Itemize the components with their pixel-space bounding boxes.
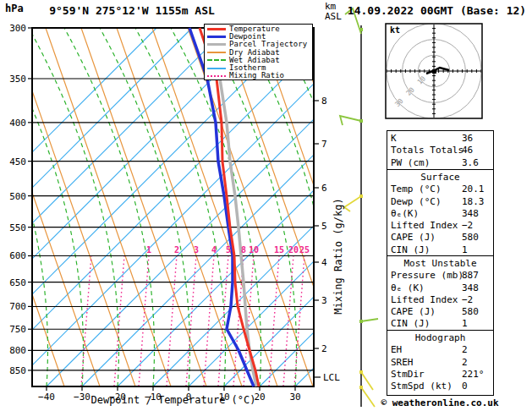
table-row: Pressure (mb)887: [387, 270, 493, 282]
pressure-tick-label: 550: [9, 222, 26, 233]
wet-adiabat-line: [135, 28, 225, 386]
isotherm-line: [0, 28, 228, 386]
table-row-label: Lifted Index: [391, 220, 458, 231]
indices-table: HodographEH2SREH2StmDir221°StmSpd (kt)0: [387, 330, 494, 396]
wind-barb-station: [359, 386, 363, 389]
mixing-ratio-line: [167, 255, 177, 386]
pressure-tick-label: 300: [9, 23, 26, 34]
table-row-value: 887: [462, 270, 479, 281]
pressure-tick-label: 500: [9, 191, 26, 202]
table-row-label: θₑ(K): [391, 208, 419, 219]
pressure-axis-unit: hPa: [5, 3, 24, 14]
wind-barb-station: [359, 28, 363, 31]
wet-adiabat-line: [64, 28, 154, 386]
legend-line-sample: [207, 52, 226, 53]
table-row-value: 46: [462, 145, 473, 156]
pressure-tick-label: 400: [9, 118, 26, 129]
table-row: CIN (J)1: [387, 244, 493, 256]
km-tick-label: 2: [321, 343, 327, 354]
pressure-tick-label: 650: [9, 277, 26, 288]
mixing-ratio-label: 4: [211, 245, 217, 255]
table-row-value: 0: [462, 381, 468, 392]
altitude-axis-unit-asl: ASL: [325, 11, 342, 22]
hodograph-unit-label: kt: [390, 25, 400, 35]
table-row-label: PW (cm): [391, 157, 430, 168]
temp-tick-label: 30: [289, 392, 300, 403]
mixing-ratio-axis-label: Mixing Ratio (g/kg): [332, 182, 344, 331]
chart-border: [32, 28, 314, 386]
legend-line-sample: [207, 59, 226, 61]
table-row-label: Pressure (mb): [391, 270, 463, 281]
mixing-ratio-label: 20: [288, 245, 299, 255]
indices-table: SurfaceTemp (°C)20.1Dewp (°C)18.3θₑ(K)34…: [387, 169, 494, 256]
datetime-title: 14.09.2022 00GMT (Base: 12): [342, 4, 532, 17]
indices-table: K36Totals Totals46PW (cm)3.6: [387, 130, 494, 170]
table-row-label: SREH: [391, 357, 414, 368]
wind-barb: [340, 116, 361, 125]
legend-line-sample: [207, 28, 226, 30]
table-title: Most Unstable: [387, 258, 493, 270]
temp-tick-label: −40: [38, 392, 55, 403]
wet-adiabat-line: [29, 28, 118, 386]
lcl-label: LCL: [323, 372, 340, 383]
table-row-value: 18.3: [462, 196, 485, 207]
table-row-label: Temp (°C): [391, 184, 442, 195]
table-row-value: 20.1: [462, 184, 485, 195]
wind-barb: [361, 372, 373, 390]
table-row-label: Dewp (°C): [391, 196, 442, 207]
wind-barb-station: [359, 195, 363, 198]
table-row-value: −2: [462, 220, 473, 231]
legend: TemperatureDewpointParcel TrajectoryDry …: [204, 24, 313, 80]
skewt-sounding-page: 300350400450500550600650700750800850−40−…: [0, 0, 532, 411]
isotherm-line: [0, 28, 334, 386]
mixing-ratio-line: [186, 255, 196, 386]
mixing-ratio-label: 15: [274, 245, 284, 255]
table-row: K36: [387, 133, 493, 145]
table-row-label: Totals Totals: [391, 145, 463, 156]
table-row-value: 2: [462, 344, 468, 355]
wind-barb-station: [359, 370, 363, 374]
pressure-tick-label: 700: [9, 301, 26, 312]
temp-tick-label: −30: [74, 392, 90, 403]
table-row-value: 36: [462, 133, 473, 144]
pressure-tick-label: 850: [9, 365, 26, 376]
table-row: θₑ (K)348: [387, 282, 493, 294]
wind-barb: [361, 319, 378, 321]
indices-table: Most UnstablePressure (mb)887θₑ (K)348Li…: [387, 255, 494, 331]
table-row: CAPE (J)580: [387, 232, 493, 244]
dry-adiabat-line: [10, 28, 135, 386]
isotherm-line: [0, 28, 299, 386]
table-row: Lifted Index−2: [387, 220, 493, 232]
mixing-ratio-label: 25: [299, 245, 310, 255]
table-row-value: 580: [462, 232, 479, 243]
table-row: PW (cm)3.6: [387, 157, 493, 169]
wind-barb-station: [359, 320, 363, 323]
km-tick-label: 7: [321, 139, 327, 150]
table-row: CAPE (J)580: [387, 306, 493, 318]
table-row-value: −2: [462, 294, 473, 305]
table-row-label: StmDir: [391, 369, 425, 380]
table-row-label: CAPE (J): [391, 232, 436, 243]
pressure-tick-label: 450: [9, 156, 26, 167]
hodograph-origin-marker: [432, 69, 436, 74]
table-title: Hodograph: [387, 332, 493, 344]
table-row-label: CIN (J): [391, 318, 430, 329]
table-row-label: Lifted Index: [391, 294, 458, 305]
legend-line-sample: [207, 75, 226, 77]
table-row: EH2: [387, 344, 493, 356]
table-row-value: 348: [462, 208, 479, 219]
table-row: θₑ(K)348: [387, 208, 493, 220]
wind-barb-station: [359, 119, 363, 123]
table-row-value: 348: [462, 282, 479, 293]
table-row-value: 1: [462, 318, 468, 329]
mixing-ratio-label: 8: [241, 245, 246, 255]
table-row-value: 221°: [462, 369, 485, 380]
pressure-tick-label: 800: [9, 345, 26, 356]
station-title: 9°59'N 275°12'W 1155m ASL: [25, 4, 239, 17]
temperature-axis-label: Dewpoint / Temperature (°C): [89, 394, 258, 406]
isotherm-line: [0, 28, 192, 386]
legend-line-sample: [207, 68, 226, 69]
table-row: StmSpd (kt)0: [387, 381, 493, 392]
table-row: Lifted Index−2: [387, 294, 493, 306]
legend-line-sample: [207, 36, 226, 38]
